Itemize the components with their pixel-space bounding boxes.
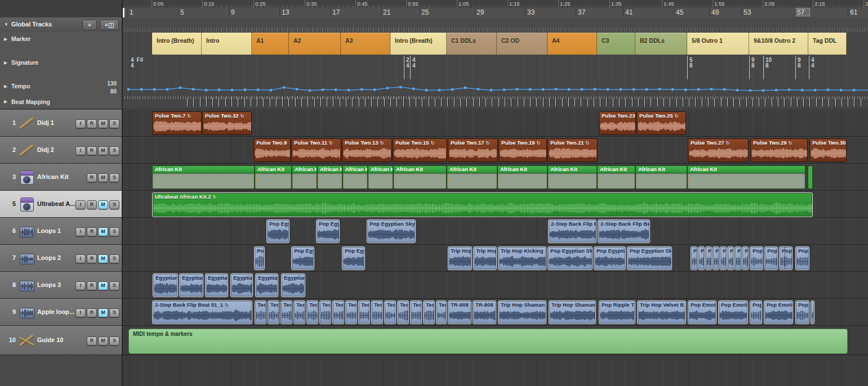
track-lane[interactable] xyxy=(122,110,868,137)
global-tracks-header[interactable]: ▼ Global Tracks + +◫ xyxy=(0,17,122,33)
signature-event[interactable]: 4 F#4 xyxy=(131,57,143,69)
beat-mapping-line[interactable] xyxy=(746,98,747,106)
beat-mapping-line[interactable] xyxy=(854,98,854,106)
track-input-button[interactable]: I xyxy=(75,119,86,128)
marker-region[interactable]: 5/8 Outro 1 xyxy=(687,33,749,55)
track-header-apple-loop-[interactable]: 9Apple loop...IRMS xyxy=(0,299,122,326)
signature-event[interactable]: 58 xyxy=(689,57,693,69)
marker-region[interactable]: Tag DDL xyxy=(808,33,847,55)
bar-label[interactable]: 9 xyxy=(231,8,235,16)
beat-mapping-line[interactable] xyxy=(238,98,238,106)
beat-mapping-line[interactable] xyxy=(848,98,848,106)
add-global-track-group-button[interactable]: +◫ xyxy=(100,20,119,30)
bar-label[interactable]: 21 xyxy=(383,8,390,16)
beat-mapping-line[interactable] xyxy=(441,98,442,106)
beat-mapping-line[interactable] xyxy=(479,98,480,106)
beat-mapping-line[interactable] xyxy=(270,98,270,106)
beat-mapping-line[interactable] xyxy=(676,98,677,106)
beat-mapping-line[interactable] xyxy=(772,98,772,106)
beat-mapping-line[interactable] xyxy=(632,98,633,106)
beat-mapping-line[interactable] xyxy=(435,98,435,106)
beat-mapping-line[interactable] xyxy=(206,98,207,106)
track-header-ultrabeat-a-[interactable]: 5Ultrabeat A...IRMS xyxy=(0,191,122,218)
beat-mapping-line[interactable] xyxy=(695,98,696,106)
track-lane[interactable] xyxy=(122,191,868,218)
beat-mapping-line[interactable] xyxy=(568,98,569,106)
beat-mapping-line[interactable] xyxy=(486,98,486,106)
track-lane[interactable] xyxy=(122,164,868,191)
beat-mapping-line[interactable] xyxy=(714,98,715,106)
track-header-african-kit[interactable]: 3African KitRMS xyxy=(0,164,122,191)
beat-mapping-line[interactable] xyxy=(530,98,531,106)
track-solo-button[interactable]: S xyxy=(109,308,119,317)
beat-mapping-line[interactable] xyxy=(702,98,702,106)
beat-mapping-line[interactable] xyxy=(740,98,740,106)
beat-mapping-line[interactable] xyxy=(505,98,505,106)
beat-mapping-line[interactable] xyxy=(791,98,791,106)
beat-mapping-line[interactable] xyxy=(416,98,416,106)
beat-mapping-line[interactable] xyxy=(778,98,778,106)
track-input-button[interactable]: I xyxy=(75,146,86,155)
beat-mapping-line[interactable] xyxy=(333,98,333,106)
beat-mapping-line[interactable] xyxy=(625,98,626,106)
marker-region[interactable]: C3 xyxy=(597,33,635,55)
beat-mapping-line[interactable] xyxy=(403,98,404,106)
beat-mapping-line[interactable] xyxy=(492,98,492,106)
beat-mapping-line[interactable] xyxy=(721,98,722,106)
track-record-button[interactable]: R xyxy=(87,173,97,182)
track-lane[interactable] xyxy=(122,272,868,299)
beat-mapping-line[interactable] xyxy=(651,98,651,106)
track-solo-button[interactable]: S xyxy=(109,173,119,182)
signature-event[interactable]: 44 xyxy=(811,57,814,69)
beat-mapping-line[interactable] xyxy=(683,98,683,106)
beat-mapping-line[interactable] xyxy=(200,98,201,106)
beat-mapping-line[interactable] xyxy=(193,98,194,106)
beat-mapping-line[interactable] xyxy=(575,98,575,106)
track-lane[interactable] xyxy=(122,137,868,164)
tempo-lane-header[interactable]: ▶ Tempo 130 80 xyxy=(0,79,122,97)
beat-mapping-line[interactable] xyxy=(288,98,289,106)
marker-lane-header[interactable]: ▶ Marker xyxy=(0,32,122,56)
beat-mapping-line[interactable] xyxy=(581,98,581,106)
track-mute-button[interactable]: M xyxy=(98,227,108,236)
beat-mapping-line[interactable] xyxy=(301,98,302,106)
track-lane[interactable] xyxy=(122,218,868,245)
beat-mapping-line[interactable] xyxy=(377,98,378,106)
track-lane[interactable] xyxy=(122,299,868,326)
beat-mapping-line[interactable] xyxy=(352,98,353,106)
marker-region[interactable]: A4 xyxy=(547,33,597,55)
track-record-button[interactable]: R xyxy=(87,146,97,155)
tempo-curve[interactable] xyxy=(122,79,868,96)
track-mute-button[interactable]: M xyxy=(98,254,108,263)
beat-mapping-line[interactable] xyxy=(594,98,594,106)
bar-label[interactable]: 1 xyxy=(130,8,133,16)
track-header-guide-10[interactable]: 10Guide 10RMS xyxy=(0,326,122,355)
bar-label[interactable]: 25 xyxy=(421,8,429,16)
beat-mapping-line[interactable] xyxy=(308,98,308,106)
bar-label[interactable]: 61 xyxy=(850,8,857,16)
beat-mapping-line[interactable] xyxy=(664,98,664,106)
beat-mapping-line[interactable] xyxy=(340,98,340,106)
track-header-loops-1[interactable]: 6Loops 1IRMS xyxy=(0,218,122,245)
bar-label[interactable]: 33 xyxy=(527,8,535,16)
beat-mapping-line[interactable] xyxy=(784,98,785,106)
bar-label[interactable]: 17 xyxy=(332,8,340,16)
bar-label[interactable]: 29 xyxy=(477,8,484,16)
beat-mapping-line[interactable] xyxy=(670,98,670,106)
signature-event[interactable]: 98 xyxy=(798,57,801,69)
track-input-button[interactable]: I xyxy=(75,227,86,236)
beat-mapping-line[interactable] xyxy=(657,98,658,106)
beat-mapping-line[interactable] xyxy=(327,98,327,106)
beat-mapping-line[interactable] xyxy=(212,98,213,106)
beat-mapping-line[interactable] xyxy=(861,98,861,106)
marker-region[interactable]: Intro (Breath) xyxy=(152,33,202,55)
beat-mapping-line[interactable] xyxy=(708,98,709,106)
track-mute-button[interactable]: M xyxy=(98,173,108,182)
beat-mapping-line[interactable] xyxy=(466,98,467,106)
track-mute-button[interactable]: M xyxy=(98,146,108,155)
track-solo-button[interactable]: S xyxy=(109,227,119,236)
beat-mapping-line[interactable] xyxy=(835,98,836,106)
beat-mapping-line[interactable] xyxy=(600,98,600,106)
track-record-button[interactable]: R xyxy=(87,281,97,290)
beat-mapping-line[interactable] xyxy=(498,98,499,106)
